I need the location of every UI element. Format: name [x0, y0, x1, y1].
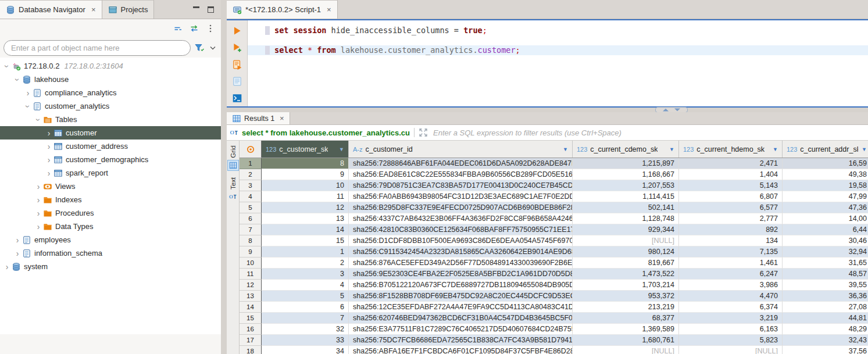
cell-c-current-hdemo-sk[interactable]: 6,577	[679, 202, 783, 213]
cell-c-current-addr-sk[interactable]: 27,08	[783, 302, 868, 313]
row-number[interactable]: 6	[240, 213, 262, 224]
execute-statement-icon[interactable]	[232, 26, 242, 36]
cell-c-current-hdemo-sk[interactable]: [NULL]	[679, 346, 783, 354]
filter-icon[interactable]	[194, 42, 205, 53]
expander-icon[interactable]: ›	[44, 142, 53, 151]
cell-c-current-cdemo-sk[interactable]: 1,215,897	[573, 158, 679, 169]
cell-c-current-addr-sk[interactable]: 14,00	[783, 213, 868, 224]
sort-arrow-icon[interactable]: ▼	[858, 146, 867, 152]
expander-icon[interactable]: ›	[13, 235, 22, 245]
row-number[interactable]: 10	[240, 258, 262, 269]
cell-c-current-cdemo-sk[interactable]: [NULL]	[573, 346, 679, 354]
cell-c-customer-id[interactable]: sha256:B705122120A673FC7DE6889727DB11809…	[349, 280, 573, 291]
cell-c-customer-id[interactable]: sha256:8F1528BB708DF69EB475DC92A8C20EC44…	[349, 291, 573, 302]
explain-plan-icon[interactable]	[232, 76, 242, 87]
cell-c-current-hdemo-sk[interactable]: 134	[679, 235, 783, 246]
tree-item[interactable]: › Tables	[0, 113, 221, 126]
tab-database-navigator[interactable]: Database Navigator ×	[0, 0, 102, 19]
cell-c-customer-sk[interactable]: 9	[262, 169, 349, 180]
cell-c-customer-id[interactable]: sha256:FA0ABB6943B98054FC31D12D3E3AEC689…	[349, 191, 573, 202]
cell-c-current-cdemo-sk[interactable]: [NULL]	[573, 235, 679, 246]
cell-c-current-hdemo-sk[interactable]: 6,374	[679, 302, 783, 313]
open-console-icon[interactable]	[232, 93, 242, 103]
row-number[interactable]: 4	[240, 191, 262, 202]
sort-arrow-icon[interactable]: ▼	[559, 146, 568, 152]
cell-c-current-addr-sk[interactable]: 32,94	[783, 246, 868, 258]
cell-c-customer-sk[interactable]: 1	[262, 246, 349, 258]
cell-c-current-addr-sk[interactable]: 39,55	[783, 280, 868, 291]
cell-c-customer-sk[interactable]: 2	[262, 258, 349, 269]
search-input[interactable]	[3, 40, 191, 56]
collapse-all-icon[interactable]	[173, 24, 183, 33]
vertical-splitter[interactable]	[221, 0, 227, 354]
tree-item[interactable]: › information_schema	[0, 246, 221, 260]
chevron-down-icon[interactable]	[208, 43, 217, 52]
cell-c-current-cdemo-sk[interactable]: 502,141	[573, 202, 679, 213]
expander-icon[interactable]: ›	[44, 128, 53, 138]
cell-c-customer-id[interactable]: sha256:42810C83B0360CE125634F068BAF8FF75…	[349, 224, 573, 235]
close-icon[interactable]: ×	[327, 5, 331, 14]
filter-expression-input[interactable]	[433, 128, 868, 137]
row-number[interactable]: 1	[240, 158, 262, 169]
tree-item[interactable]: › system	[0, 260, 221, 273]
cell-c-customer-id[interactable]: sha256:D1CDF8DBB10F500EA9693C86DE6DEAA05…	[349, 235, 573, 246]
cell-c-current-hdemo-sk[interactable]: 3,219	[679, 313, 783, 324]
cell-c-current-hdemo-sk[interactable]: 5,823	[679, 335, 783, 346]
cell-c-customer-sk[interactable]: 7	[262, 313, 349, 324]
tab-text-view[interactable]: Text T	[228, 177, 238, 202]
row-number[interactable]: 17	[240, 335, 262, 346]
cell-c-current-cdemo-sk[interactable]: 1,207,553	[573, 180, 679, 191]
cell-c-current-addr-sk[interactable]: 32,43	[783, 335, 868, 346]
cell-c-current-addr-sk[interactable]: 36,36	[783, 291, 868, 302]
cell-c-customer-sk[interactable]: 5	[262, 291, 349, 302]
cell-c-customer-sk[interactable]: 34	[262, 346, 349, 354]
tab-grid-view[interactable]: Grid	[228, 145, 238, 170]
row-number[interactable]: 3	[240, 180, 262, 191]
cell-c-customer-id[interactable]: sha256:E3A77511F81C7289C76C4065217D5D406…	[349, 324, 573, 335]
view-menu-icon[interactable]	[206, 24, 215, 33]
cell-c-customer-id[interactable]: sha256:79D08751C3EA7C83BA57D177E00413D0C…	[349, 180, 573, 191]
expander-icon[interactable]: ›	[23, 102, 33, 111]
tree-item[interactable]: › customer_address	[0, 140, 221, 153]
cell-c-customer-id[interactable]: sha256:C9115342454A2323DA815865CAA326064…	[349, 246, 573, 258]
tree-item[interactable]: › 172.18.0.2 172.18.0.2:31604	[0, 59, 221, 73]
cell-c-current-addr-sk[interactable]: 47,99	[783, 191, 868, 202]
code-editor-surface[interactable]: set session hide_inaccessible_columns = …	[248, 20, 868, 106]
row-id-toggle-icon[interactable]	[246, 145, 255, 154]
row-number[interactable]: 7	[240, 224, 262, 235]
row-number[interactable]: 2	[240, 169, 262, 180]
cell-c-current-cdemo-sk[interactable]: 1,680,761	[573, 335, 679, 346]
tree-item[interactable]: › lakehouse	[0, 73, 221, 86]
cell-c-current-hdemo-sk[interactable]: 6,247	[679, 269, 783, 280]
tree-item[interactable]: › Views	[0, 180, 221, 193]
row-number[interactable]: 12	[240, 280, 262, 291]
column-header[interactable]: 123 c_customer_sk ▼	[262, 141, 349, 158]
cell-c-customer-sk[interactable]: 6	[262, 302, 349, 313]
row-number[interactable]: 16	[240, 324, 262, 335]
cell-c-customer-sk[interactable]: 10	[262, 180, 349, 191]
tree-item[interactable]: › Procedures	[0, 206, 221, 220]
sort-arrow-icon[interactable]: ▼	[666, 146, 674, 152]
cell-c-customer-id[interactable]: sha256:876ACE5EFED349A2D56F77D5084891433…	[349, 258, 573, 269]
cell-c-customer-id[interactable]: sha256:72888646ABF61FA044EDEC061D6DA5A09…	[349, 158, 573, 169]
cell-c-customer-sk[interactable]: 11	[262, 191, 349, 202]
cell-c-current-cdemo-sk[interactable]: 1,114,415	[573, 191, 679, 202]
cell-c-customer-sk[interactable]: 4	[262, 280, 349, 291]
cell-c-current-hdemo-sk[interactable]: 1,461	[679, 258, 783, 269]
cell-c-current-cdemo-sk[interactable]: 980,124	[573, 246, 679, 258]
cell-c-current-hdemo-sk[interactable]: 5,143	[679, 180, 783, 191]
cell-c-current-addr-sk[interactable]: 19,58	[783, 180, 868, 191]
cell-c-current-cdemo-sk[interactable]: 1,128,748	[573, 213, 679, 224]
cell-c-current-cdemo-sk[interactable]: 1,168,667	[573, 169, 679, 180]
cell-c-current-hdemo-sk[interactable]: 4,470	[679, 291, 783, 302]
cell-c-current-addr-sk[interactable]: 16,59	[783, 158, 868, 169]
cell-c-current-addr-sk[interactable]: 6,44	[783, 224, 868, 235]
execute-script-icon[interactable]	[232, 59, 242, 70]
expand-filter-icon[interactable]	[419, 128, 428, 137]
cell-c-current-hdemo-sk[interactable]: 2,471	[679, 158, 783, 169]
expander-icon[interactable]: ›	[44, 155, 53, 165]
cell-c-current-addr-sk[interactable]: 31,65	[783, 258, 868, 269]
cell-c-current-addr-sk[interactable]: 30,46	[783, 235, 868, 246]
cell-c-customer-id[interactable]: sha256:9E52303CE4FBA2E2F0525E8A5BFBD2C1A…	[349, 269, 573, 280]
cell-c-customer-id[interactable]: sha256:75DC7FCB6686EDA72565C1B838CA7FC43…	[349, 335, 573, 346]
